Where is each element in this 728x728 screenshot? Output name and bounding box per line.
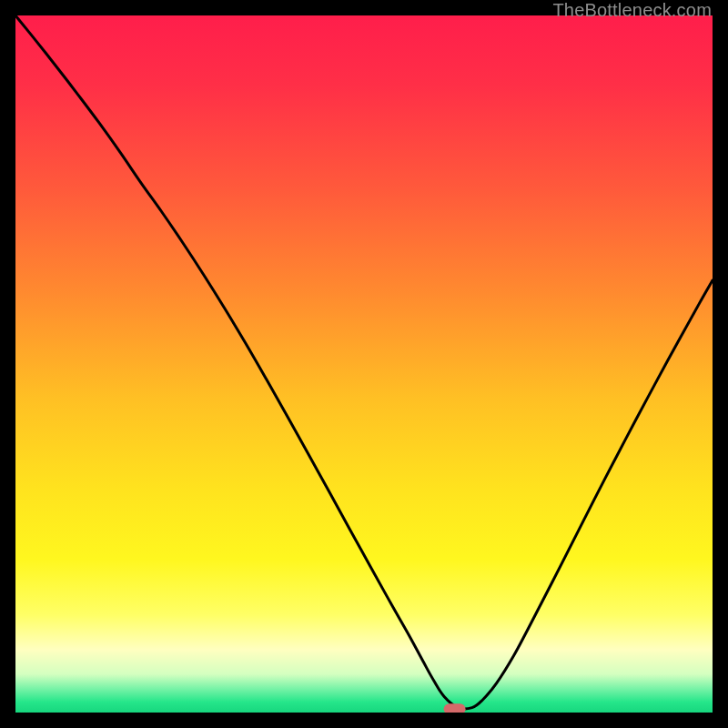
gradient-background [15, 15, 713, 713]
optimal-point-marker [444, 703, 466, 713]
chart-frame: TheBottleneck.com [0, 0, 728, 728]
watermark-text: TheBottleneck.com [552, 0, 712, 21]
chart-svg [15, 15, 713, 713]
chart-plot-area [15, 15, 713, 713]
